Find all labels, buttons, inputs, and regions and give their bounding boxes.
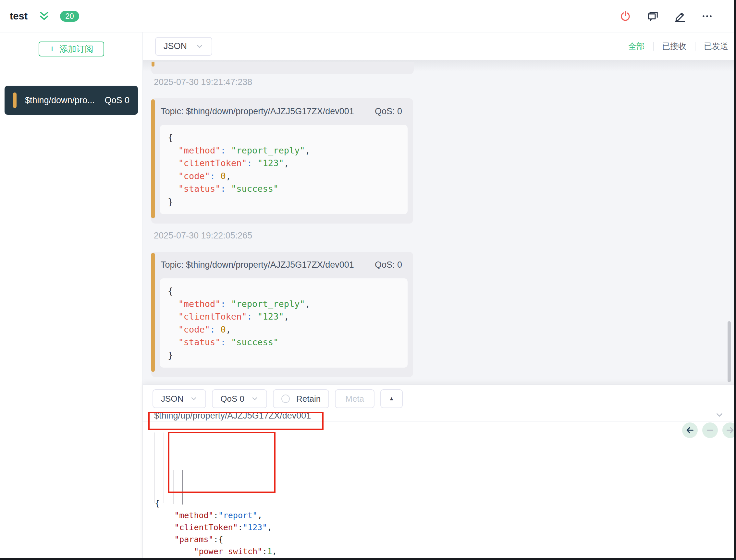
message-list-toolbar: JSON 全部 已接收 已发送 [143,32,736,60]
message-count-badge: 20 [60,11,79,22]
tab-divider [695,42,695,51]
subscription-qos: QoS 0 [104,95,129,105]
message-payload: { "method": "report_reply", "clientToken… [160,278,408,368]
tab-received[interactable]: 已接收 [662,41,686,52]
message-timestamp: 2025-07-30 19:21:47:238 [154,78,736,87]
chevron-down-icon [190,395,198,403]
message-group: 2025-07-30 19:21:47:238 Topic: $thing/do… [151,78,736,224]
composer-toolbar: JSON QoS 0 Retain [143,385,736,410]
composer-format-value: JSON [161,394,183,404]
subscription-color-marker [13,92,17,108]
composer-format-dropdown[interactable]: JSON [153,389,206,408]
message-filter-tabs: 全部 已接收 已发送 [628,41,728,52]
add-subscription-button[interactable]: + 添加订阅 [39,42,104,56]
messages-chat-icon[interactable] [646,10,659,22]
message-card: Topic: $thing/down/property/AJZJ5G17ZX/d… [151,98,413,224]
message-timestamp: 2025-07-30 19:22:05:265 [154,231,736,240]
composer-qos-value: QoS 0 [220,394,244,404]
triangle-up-icon: ▲ [389,396,394,402]
message-groups: 2025-07-30 19:21:47:238 Topic: $thing/do… [151,78,736,377]
indent-guide [154,432,155,503]
message-payload: { "method": "report_reply", "clientToken… [160,125,408,214]
indent-guide-active [182,470,183,505]
more-options-icon[interactable] [701,10,713,22]
tab-sent[interactable]: 已发送 [704,41,728,52]
history-clear-button[interactable] [702,422,718,438]
subscription-item[interactable]: $thing/down/pro... QoS 0 [5,86,138,115]
publish-topic-row: $thing/up/property/AJZJ5G17ZX/dev001 [143,410,736,421]
disconnect-power-icon[interactable] [619,10,632,22]
message-card: Topic: $thing/down/property/AJZJ5G17ZX/d… [151,252,413,377]
subscription-topic: $thing/down/pro... [25,95,101,105]
annotation-box-payload [168,432,276,493]
add-subscription-label: 添加订阅 [59,43,93,55]
subscriptions-sidebar: + 添加订阅 $thing/down/pro... QoS 0 [0,32,143,560]
composer-qos-dropdown[interactable]: QoS 0 [212,389,267,408]
message-color-marker [151,253,155,372]
tab-divider [653,42,654,51]
publish-topic-input[interactable]: $thing/up/property/AJZJ5G17ZX/dev001 [154,411,311,421]
history-back-button[interactable] [682,422,698,438]
editor-history-actions [682,422,736,438]
connection-title: test [10,10,28,22]
payload-format-value: JSON [164,41,187,51]
message-group: 2025-07-30 19:22:05:265 Topic: $thing/do… [151,231,736,377]
message-list: 2025-07-30 19:21:47:238 Topic: $thing/do… [143,60,736,384]
top-actions [619,10,726,22]
plus-icon: + [49,44,55,54]
vertical-scrollbar-thumb[interactable] [728,321,731,382]
collapse-all-icon[interactable] [38,10,50,22]
indent-guide [164,432,164,503]
meta-button[interactable]: Meta [335,389,374,408]
message-topic-row: Topic: $thing/down/property/AJZJ5G17ZX/d… [151,260,413,270]
retain-radio-circle [281,395,290,403]
publish-composer: JSON QoS 0 Retain [143,384,736,560]
payload-format-dropdown[interactable]: JSON [155,37,212,56]
main-panel: JSON 全部 已接收 已发送 20 [143,32,736,560]
message-topic-row: Topic: $thing/down/property/AJZJ5G17ZX/d… [151,106,413,116]
chevron-down-icon [195,42,204,51]
message-topic: Topic: $thing/down/property/AJZJ5G17ZX/d… [161,106,375,116]
message-qos: QoS: 0 [375,106,402,116]
message-qos: QoS: 0 [375,260,402,270]
payload-editor[interactable]: { "method":"report", "clientToken":"123"… [143,421,736,560]
tab-all[interactable]: 全部 [628,41,644,52]
indent-guide [173,470,174,504]
retain-label: Retain [296,394,321,404]
message-color-marker [151,99,155,218]
message-topic: Topic: $thing/down/property/AJZJ5G17ZX/d… [161,260,375,270]
window-right-edge [734,0,736,560]
window-bottom-edge [0,558,736,560]
retain-toggle[interactable]: Retain [273,389,329,408]
clipped-message-card [151,62,414,74]
topic-history-chevron-icon[interactable] [715,410,724,421]
message-color-marker [152,62,154,67]
edit-pencil-icon[interactable] [674,10,686,22]
app-window: test 20 [0,0,736,560]
payload-editor-code: { "method":"report", "clientToken":"123"… [155,497,736,560]
collapse-composer-button[interactable]: ▲ [380,389,403,408]
chevron-down-icon [251,395,259,403]
top-bar: test 20 [0,0,736,32]
